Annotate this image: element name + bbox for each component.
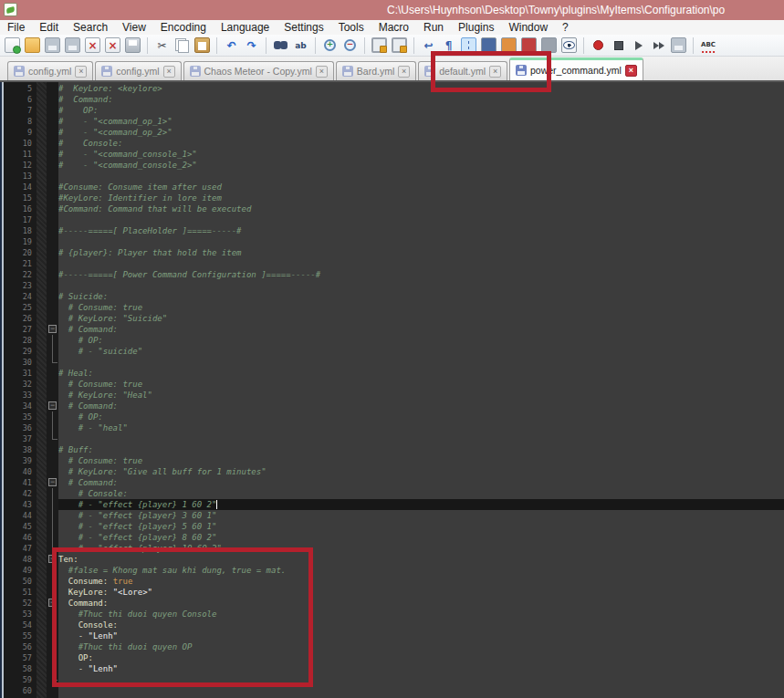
code-line[interactable]: 24# Suicide:: [0, 291, 784, 302]
replace-icon[interactable]: ab: [293, 37, 308, 53]
code-line[interactable]: 28 # OP:: [0, 335, 784, 346]
code-line[interactable]: 26 # KeyLore: "Suicide": [0, 313, 784, 324]
code-line[interactable]: 16#Command: Command that will be execute…: [0, 203, 784, 214]
zoom-out-icon[interactable]: [342, 37, 358, 53]
code-line[interactable]: 42 # Console:: [0, 488, 784, 499]
word-wrap-icon[interactable]: ↩: [421, 37, 436, 53]
menu-item-tools[interactable]: Tools: [331, 20, 371, 35]
code-line[interactable]: 52– Command:: [0, 598, 784, 609]
menu-item-edit[interactable]: Edit: [32, 20, 66, 35]
open-file-icon[interactable]: [25, 37, 40, 53]
menu-item-plugins[interactable]: Plugins: [451, 20, 501, 35]
print-icon[interactable]: [125, 37, 141, 53]
code-line[interactable]: 31# Heal:: [0, 368, 784, 379]
menu-item-settings[interactable]: Settings: [277, 20, 330, 35]
code-line[interactable]: 46 # - "effect {player} 8 60 2": [0, 532, 784, 543]
menu-item-encoding[interactable]: Encoding: [153, 20, 214, 35]
code-line[interactable]: 43 # - "effect {player} 1 60 2": [0, 499, 784, 510]
code-line[interactable]: 33 # KeyLore: "Heal": [0, 390, 784, 401]
sync-horizontal-scroll-icon[interactable]: [392, 37, 407, 53]
tab-close-icon[interactable]: ×: [316, 66, 328, 78]
tab-close-icon[interactable]: ×: [163, 66, 175, 78]
code-line[interactable]: 39 # Consume: true: [0, 455, 784, 466]
code-line[interactable]: 18#-----=====[ PlaceHolder ]=====-----#: [0, 225, 784, 236]
plugin-icon-4[interactable]: [541, 37, 557, 53]
fold-collapse-icon[interactable]: –: [48, 401, 57, 410]
show-indent-guide-icon[interactable]: [461, 37, 476, 53]
find-icon[interactable]: [273, 37, 288, 53]
code-line[interactable]: 41– # Command:: [0, 477, 784, 488]
code-line[interactable]: 38# Buff:: [0, 444, 784, 455]
code-line[interactable]: 23: [0, 280, 784, 291]
macro-run-multiple-icon[interactable]: [651, 37, 666, 53]
code-line[interactable]: 37: [0, 433, 784, 444]
tab-close-icon[interactable]: ×: [75, 66, 87, 78]
code-line[interactable]: 21: [0, 258, 784, 269]
code-line[interactable]: 11# - "<command_console_1>": [0, 149, 784, 160]
menu-item-language[interactable]: Language: [214, 20, 277, 35]
menu-item-?[interactable]: ?: [555, 20, 576, 35]
code-line[interactable]: 5# KeyLore: <keylore>: [0, 83, 784, 94]
sync-vertical-scroll-icon[interactable]: [371, 37, 387, 53]
plugin-icon-3[interactable]: [521, 37, 537, 53]
code-line[interactable]: 25 # Consume: true: [0, 302, 784, 313]
tab-close-icon[interactable]: ×: [489, 66, 501, 78]
copy-icon[interactable]: [174, 37, 190, 53]
code-line[interactable]: 6# Command:: [0, 94, 784, 105]
menu-item-run[interactable]: Run: [416, 20, 451, 35]
fold-collapse-icon[interactable]: –: [48, 325, 57, 333]
show-all-characters-icon[interactable]: ¶: [441, 37, 456, 53]
close-all-icon[interactable]: [105, 37, 120, 53]
tab-close-icon[interactable]: ×: [625, 65, 637, 77]
zoom-in-icon[interactable]: [322, 37, 338, 53]
code-line[interactable]: 30: [0, 357, 784, 368]
title-bar[interactable]: C:\Users\Huynhson\Desktop\Towny\plugins\…: [0, 0, 784, 20]
code-line[interactable]: 29 # - "suicide": [0, 346, 784, 357]
macro-record-icon[interactable]: [591, 37, 606, 53]
code-line[interactable]: 32 # Consume: true: [0, 379, 784, 390]
menu-item-view[interactable]: View: [115, 20, 153, 35]
code-line[interactable]: 47 # - "effect {player} 10 60 2": [0, 543, 784, 554]
code-line[interactable]: 49 #false = Khong mat sau khi dung, true…: [0, 565, 784, 576]
fold-collapse-icon[interactable]: –: [48, 599, 57, 607]
monitoring-eye-icon[interactable]: [561, 37, 577, 53]
tab-default-yml[interactable]: default.yml×: [418, 61, 507, 80]
save-all-icon[interactable]: [65, 37, 80, 53]
macro-save-icon[interactable]: [671, 37, 686, 53]
plugin-icon-2[interactable]: [501, 37, 517, 53]
code-line[interactable]: 19: [0, 236, 784, 247]
menu-item-search[interactable]: Search: [66, 20, 115, 35]
new-file-icon[interactable]: [5, 37, 20, 53]
plugin-icon-1[interactable]: [481, 37, 497, 53]
code-line[interactable]: 17: [0, 214, 784, 225]
code-line[interactable]: 55 - "Lenh": [0, 630, 784, 641]
code-line[interactable]: 58 - "Lenh": [0, 663, 784, 674]
paste-icon[interactable]: [194, 37, 210, 53]
code-line[interactable]: 9# - "<command_op_2>": [0, 127, 784, 138]
code-line[interactable]: 27– # Command:: [0, 324, 784, 335]
macro-stop-icon[interactable]: [611, 37, 626, 53]
macro-play-icon[interactable]: [631, 37, 646, 53]
code-line[interactable]: 15#KeyLore: Identifier in lore item: [0, 193, 784, 203]
fold-collapse-icon[interactable]: –: [48, 555, 57, 563]
code-line[interactable]: 50 Consume: true: [0, 576, 784, 587]
code-line[interactable]: 56 #Thuc thi duoi quyen OP: [0, 641, 784, 652]
code-line[interactable]: 7# OP:: [0, 105, 784, 116]
code-line[interactable]: 60: [0, 685, 784, 696]
tab-bard-yml[interactable]: Bard.yml×: [336, 61, 416, 80]
undo-icon[interactable]: ↶: [224, 37, 239, 53]
code-line[interactable]: 13: [0, 171, 784, 182]
code-line[interactable]: 59: [0, 674, 784, 685]
tab-config-yml[interactable]: config.yml×: [95, 61, 181, 80]
code-line[interactable]: 57 OP:: [0, 652, 784, 663]
code-line[interactable]: 35 # OP:: [0, 412, 784, 422]
code-line[interactable]: 22#-----=====[ Power Command Configurati…: [0, 269, 784, 280]
code-line[interactable]: 10# Console:: [0, 138, 784, 149]
spell-check-icon[interactable]: ABC: [700, 37, 716, 53]
tab-config-yml[interactable]: config.yml×: [7, 61, 93, 80]
code-line[interactable]: 51 KeyLore: "<Lore>": [0, 587, 784, 598]
cut-icon[interactable]: ✂: [154, 37, 170, 53]
code-line[interactable]: 54 Console:: [0, 620, 784, 630]
menu-item-file[interactable]: File: [0, 20, 32, 35]
code-line[interactable]: 44 # - "effect {player} 3 60 1": [0, 510, 784, 521]
